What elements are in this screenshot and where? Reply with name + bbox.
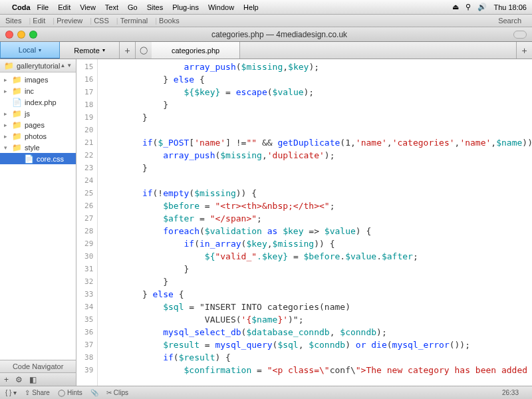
code-line[interactable]: mysql_select_db($database_conndb, $connd… [100, 326, 532, 338]
add-tab-button[interactable]: + [516, 42, 532, 59]
tree-folder[interactable]: ▸📁inc [0, 85, 76, 96]
scm-button[interactable]: ◧ [29, 375, 37, 384]
folder-icon: 📁 [12, 86, 22, 96]
folder-icon: 📁 [12, 109, 22, 118]
disclosure-closed-icon[interactable]: ▸ [4, 110, 11, 117]
action-button[interactable]: ⚙ [15, 375, 23, 384]
app-name[interactable]: Coda [12, 3, 31, 11]
tree-folder[interactable]: ▸📁images [0, 74, 76, 85]
code-line[interactable]: ${"valid_".$key} = $before.$value.$after… [100, 250, 532, 263]
code-line[interactable]: } [100, 162, 532, 174]
bluetooth-icon[interactable]: ⚲ [466, 3, 471, 11]
menu-sites[interactable]: Sites [147, 3, 163, 11]
tree-item-label: core.css [37, 155, 64, 163]
share-button[interactable]: ⇪ Share [25, 389, 50, 396]
eject-icon[interactable]: ⏏ [452, 3, 459, 11]
code-line[interactable]: $result = mysql_query($sql, $conndb) or … [100, 338, 532, 351]
folder-icon: 📁 [12, 75, 22, 84]
menu-window[interactable]: Window [208, 3, 234, 11]
code-line[interactable]: if($_POST['name'] !="" && getDuplicate(1… [100, 136, 532, 149]
tree-folder[interactable]: ▸📁js [0, 108, 76, 119]
toolbar-terminal[interactable]: Terminal [120, 17, 148, 25]
tree-file[interactable]: 📄index.php [0, 96, 76, 108]
tree-folder[interactable]: ▸📁photos [0, 130, 76, 142]
file-icon: 📄 [12, 98, 22, 107]
tree-item-label: index.php [25, 98, 57, 106]
code-line[interactable]: if(in_array($key,$missing)) { [100, 237, 532, 250]
menu-plugins[interactable]: Plug-ins [172, 3, 199, 11]
toolbar-toggle-button[interactable] [513, 31, 527, 39]
file-icon: 📄 [24, 154, 34, 164]
disclosure-closed-icon[interactable]: ▸ [4, 88, 11, 94]
menu-edit[interactable]: Edit [58, 3, 70, 11]
code-line[interactable]: } [100, 263, 532, 275]
menu-text[interactable]: Text [105, 3, 118, 11]
new-file-button[interactable]: + [4, 375, 9, 384]
menu-help[interactable]: Help [243, 3, 259, 11]
folder-icon: 📁 [12, 120, 22, 130]
close-button[interactable] [5, 31, 13, 39]
code-editor[interactable]: 1516171819202122232425262728293031323334… [76, 59, 532, 386]
tab-remote[interactable]: Remote▾ [60, 42, 120, 59]
code-navigator-header[interactable]: Code Navigator [0, 360, 76, 372]
tree-folder[interactable]: ▾📁style [0, 142, 76, 153]
history-button[interactable]: ◯ [136, 42, 152, 59]
volume-icon[interactable]: 🔊 [477, 3, 487, 11]
code-line[interactable]: ${$key} = escape($value); [100, 86, 532, 98]
code-area[interactable]: array_push($missing,$key); } else { ${$k… [98, 59, 532, 386]
code-line[interactable]: } [100, 275, 532, 288]
disclosure-closed-icon[interactable]: ▸ [4, 133, 11, 140]
code-line[interactable]: array_push($missing,'duplicate'); [100, 149, 532, 162]
toolbar-preview[interactable]: Preview [57, 17, 82, 25]
path-stepper[interactable]: ▲▼ [60, 63, 72, 68]
disclosure-closed-icon[interactable]: ▸ [4, 76, 11, 83]
tree-item-label: photos [25, 132, 47, 140]
folder-icon: 📁 [12, 132, 22, 141]
code-line[interactable]: } [100, 98, 532, 111]
toolbar-css[interactable]: CSS [94, 17, 109, 25]
code-line[interactable]: if($result) { [100, 351, 532, 364]
disclosure-closed-icon[interactable]: ▸ [4, 122, 11, 128]
code-line[interactable]: } else { [100, 73, 532, 86]
window-title: categories.php — 4mediadesign.co.uk [45, 30, 513, 39]
code-line[interactable]: if(!empty($missing)) { [100, 187, 532, 200]
sidebar-header[interactable]: 📁 gallerytutorial ▲▼ [0, 59, 76, 72]
folder-icon: 📁 [4, 61, 14, 70]
symbol-popup[interactable]: { } ▾ [5, 389, 17, 396]
file-tree[interactable]: ▸📁images▸📁inc📄index.php▸📁js▸📁pages▸📁phot… [0, 72, 76, 360]
hints-button[interactable]: ◯ Hints [58, 389, 82, 396]
code-line[interactable]: $after = "</span>"; [100, 212, 532, 225]
toolbar-books[interactable]: Books [159, 17, 180, 25]
clips-button[interactable]: ✂ Clips [106, 389, 128, 396]
code-line[interactable] [100, 174, 532, 187]
add-location-button[interactable]: + [120, 42, 136, 59]
code-line[interactable]: $before = "<tr><th>&nbsp;</th><"; [100, 200, 532, 212]
zoom-button[interactable] [29, 31, 37, 39]
toolbar-edit[interactable]: Edit [33, 17, 45, 25]
traffic-lights [5, 31, 37, 39]
menu-go[interactable]: Go [128, 3, 138, 11]
file-tab[interactable]: categories.php [152, 42, 240, 59]
macos-menubar: Coda File Edit View Text Go Sites Plug-i… [0, 0, 532, 15]
tree-file[interactable]: 📄core.css [0, 153, 76, 164]
attachment-button[interactable]: 📎 [90, 389, 98, 396]
cursor-position: 26:33 [502, 389, 519, 396]
code-line[interactable]: } else { [100, 288, 532, 301]
tab-local[interactable]: Local▾ [0, 42, 60, 59]
code-line[interactable]: $sql = "INSERT INTO categories(name) [100, 301, 532, 313]
code-line[interactable]: VALUES('{$name}')"; [100, 313, 532, 326]
code-line[interactable]: $confirmation = "<p class=\"conf\">The n… [100, 364, 532, 376]
toolbar-sites[interactable]: Sites [5, 17, 21, 25]
code-line[interactable]: } [100, 111, 532, 124]
clock[interactable]: Thu 18:06 [493, 3, 527, 11]
toolbar-search[interactable]: Search [498, 17, 521, 25]
tree-item-label: images [25, 76, 48, 84]
disclosure-open-icon[interactable]: ▾ [4, 144, 11, 151]
tree-folder[interactable]: ▸📁pages [0, 119, 76, 130]
menu-view[interactable]: View [80, 3, 96, 11]
code-line[interactable]: array_push($missing,$key); [100, 61, 532, 73]
minimize-button[interactable] [17, 31, 25, 39]
code-line[interactable] [100, 124, 532, 136]
menu-file[interactable]: File [37, 3, 49, 11]
code-line[interactable]: foreach($validation as $key => $value) { [100, 225, 532, 237]
